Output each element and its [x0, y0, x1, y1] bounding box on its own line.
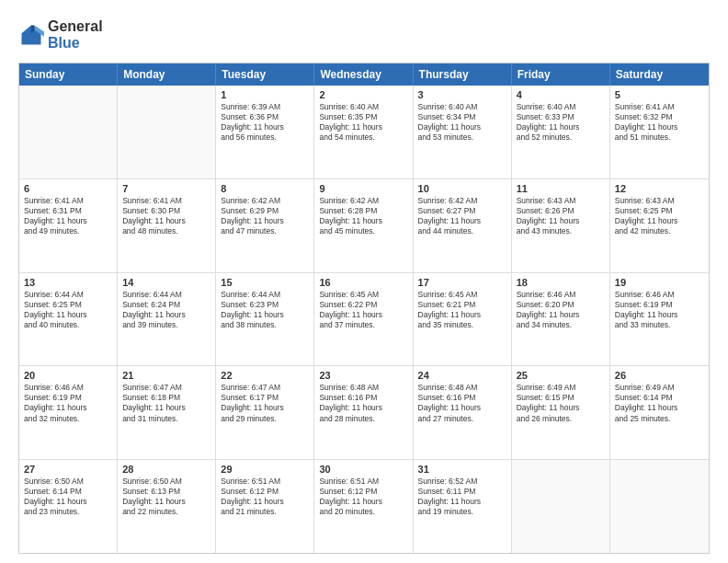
calendar-cell: 27Sunrise: 6:50 AMSunset: 6:14 PMDayligh…	[19, 460, 118, 553]
cell-info-line: Sunrise: 6:41 AM	[615, 102, 704, 112]
calendar-header-cell: Friday	[512, 63, 610, 86]
cell-info-line: Sunset: 6:26 PM	[517, 206, 605, 216]
cell-info-line: Sunset: 6:22 PM	[319, 300, 407, 310]
logo-text: General Blue	[48, 18, 103, 52]
day-number: 25	[517, 370, 605, 381]
calendar-header-cell: Tuesday	[216, 63, 314, 86]
cell-info-line: Daylight: 11 hours	[122, 310, 210, 320]
cell-info-line: and 52 minutes.	[517, 132, 605, 143]
cell-info-line: Daylight: 11 hours	[418, 403, 506, 413]
cell-info-line: Sunrise: 6:46 AM	[517, 290, 605, 300]
calendar-cell: 5Sunrise: 6:41 AMSunset: 6:32 PMDaylight…	[610, 86, 709, 178]
day-number: 27	[24, 464, 112, 475]
calendar-cell: 30Sunrise: 6:51 AMSunset: 6:12 PMDayligh…	[314, 460, 413, 553]
cell-info-line: and 34 minutes.	[517, 320, 605, 330]
cell-info-line: and 33 minutes.	[615, 320, 704, 330]
cell-info-line: Sunset: 6:12 PM	[221, 487, 309, 497]
calendar-cell: 11Sunrise: 6:43 AMSunset: 6:26 PMDayligh…	[512, 179, 610, 272]
cell-info-line: Sunrise: 6:42 AM	[221, 196, 309, 206]
calendar-row: 13Sunrise: 6:44 AMSunset: 6:25 PMDayligh…	[19, 273, 709, 367]
day-number: 16	[319, 277, 407, 288]
day-number: 9	[319, 183, 407, 194]
cell-info-line: Sunrise: 6:44 AM	[24, 290, 112, 300]
cell-info-line: Sunrise: 6:40 AM	[517, 102, 605, 112]
calendar-row: 6Sunrise: 6:41 AMSunset: 6:31 PMDaylight…	[19, 179, 709, 273]
cell-info-line: Daylight: 11 hours	[418, 216, 506, 226]
cell-info-line: Sunset: 6:14 PM	[24, 487, 112, 497]
calendar-cell: 2Sunrise: 6:40 AMSunset: 6:35 PMDaylight…	[314, 86, 413, 178]
cell-info-line: and 53 minutes.	[418, 132, 506, 143]
calendar: SundayMondayTuesdayWednesdayThursdayFrid…	[18, 63, 710, 554]
calendar-cell: 4Sunrise: 6:40 AMSunset: 6:33 PMDaylight…	[512, 86, 610, 178]
cell-info-line: Sunset: 6:21 PM	[418, 300, 506, 310]
cell-info-line: Sunset: 6:19 PM	[615, 300, 704, 310]
cell-info-line: and 35 minutes.	[418, 320, 506, 330]
calendar-header-cell: Wednesday	[314, 63, 413, 86]
calendar-header-cell: Thursday	[414, 63, 512, 86]
cell-info-line: Sunrise: 6:44 AM	[221, 290, 309, 300]
cell-info-line: and 27 minutes.	[418, 414, 506, 424]
cell-info-line: Daylight: 11 hours	[615, 122, 704, 132]
calendar-row: 27Sunrise: 6:50 AMSunset: 6:14 PMDayligh…	[19, 460, 709, 553]
calendar-cell	[19, 86, 118, 178]
cell-info-line: Daylight: 11 hours	[221, 216, 309, 226]
day-number: 8	[221, 183, 309, 194]
cell-info-line: Sunset: 6:33 PM	[517, 112, 605, 122]
cell-info-line: and 44 minutes.	[418, 226, 506, 236]
day-number: 10	[418, 183, 506, 194]
cell-info-line: Sunrise: 6:49 AM	[517, 383, 605, 393]
cell-info-line: Daylight: 11 hours	[319, 216, 407, 226]
cell-info-line: Sunset: 6:29 PM	[221, 206, 309, 216]
calendar-cell: 8Sunrise: 6:42 AMSunset: 6:29 PMDaylight…	[216, 179, 314, 272]
day-number: 29	[221, 464, 309, 475]
cell-info-line: Sunrise: 6:48 AM	[319, 383, 407, 393]
day-number: 15	[221, 277, 309, 288]
cell-info-line: Sunrise: 6:46 AM	[615, 290, 704, 300]
cell-info-line: and 54 minutes.	[319, 132, 407, 143]
cell-info-line: and 22 minutes.	[122, 507, 210, 517]
cell-info-line: Sunset: 6:16 PM	[319, 393, 407, 403]
cell-info-line: and 51 minutes.	[615, 132, 704, 143]
day-number: 3	[418, 89, 506, 100]
cell-info-line: and 29 minutes.	[221, 414, 309, 424]
cell-info-line: and 56 minutes.	[221, 132, 309, 143]
cell-info-line: and 21 minutes.	[221, 507, 309, 517]
cell-info-line: Sunrise: 6:44 AM	[122, 290, 210, 300]
cell-info-line: Sunset: 6:16 PM	[418, 393, 506, 403]
cell-info-line: Daylight: 11 hours	[418, 497, 506, 507]
cell-info-line: Sunrise: 6:43 AM	[517, 196, 605, 206]
cell-info-line: Daylight: 11 hours	[615, 403, 704, 413]
cell-info-line: and 45 minutes.	[319, 226, 407, 236]
calendar-cell: 12Sunrise: 6:43 AMSunset: 6:25 PMDayligh…	[610, 179, 709, 272]
calendar-cell: 6Sunrise: 6:41 AMSunset: 6:31 PMDaylight…	[19, 179, 118, 272]
day-number: 19	[615, 277, 704, 288]
cell-info-line: Daylight: 11 hours	[418, 122, 506, 132]
cell-info-line: and 20 minutes.	[319, 507, 407, 517]
calendar-cell: 13Sunrise: 6:44 AMSunset: 6:25 PMDayligh…	[19, 273, 118, 366]
cell-info-line: Sunset: 6:34 PM	[418, 112, 506, 122]
day-number: 22	[221, 370, 309, 381]
cell-info-line: Daylight: 11 hours	[221, 310, 309, 320]
cell-info-line: and 48 minutes.	[122, 226, 210, 236]
day-number: 21	[122, 370, 210, 381]
cell-info-line: Daylight: 11 hours	[221, 403, 309, 413]
cell-info-line: and 26 minutes.	[517, 414, 605, 424]
cell-info-line: Sunset: 6:11 PM	[418, 487, 506, 497]
day-number: 4	[517, 89, 605, 100]
cell-info-line: Sunset: 6:23 PM	[221, 300, 309, 310]
calendar-cell: 29Sunrise: 6:51 AMSunset: 6:12 PMDayligh…	[216, 460, 314, 553]
cell-info-line: Sunset: 6:32 PM	[615, 112, 704, 122]
cell-info-line: Sunrise: 6:40 AM	[319, 102, 407, 112]
calendar-cell: 19Sunrise: 6:46 AMSunset: 6:19 PMDayligh…	[610, 273, 709, 366]
logo-icon	[18, 22, 44, 48]
cell-info-line: Daylight: 11 hours	[221, 497, 309, 507]
calendar-header-cell: Sunday	[19, 63, 118, 86]
cell-info-line: Sunset: 6:25 PM	[615, 206, 704, 216]
calendar-cell: 10Sunrise: 6:42 AMSunset: 6:27 PMDayligh…	[414, 179, 512, 272]
day-number: 24	[418, 370, 506, 381]
cell-info-line: Daylight: 11 hours	[221, 122, 309, 132]
calendar-cell: 18Sunrise: 6:46 AMSunset: 6:20 PMDayligh…	[512, 273, 610, 366]
calendar-cell: 24Sunrise: 6:48 AMSunset: 6:16 PMDayligh…	[414, 366, 512, 459]
cell-info-line: Daylight: 11 hours	[517, 310, 605, 320]
cell-info-line: Sunrise: 6:49 AM	[615, 383, 704, 393]
